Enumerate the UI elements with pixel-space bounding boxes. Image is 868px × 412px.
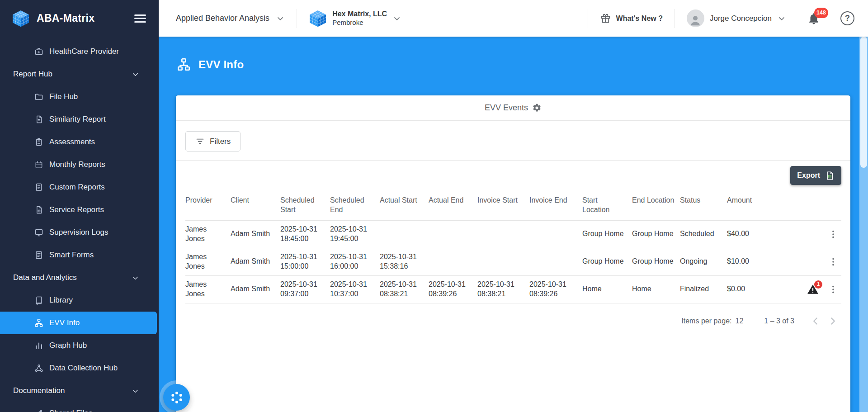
column-header-invoice-end: Invoice End [529, 189, 582, 220]
tab-evv-events[interactable]: EVV Events [176, 95, 850, 121]
theme-palette-fab[interactable] [163, 384, 190, 411]
filters-label: Filters [210, 137, 231, 146]
bar-chart-icon [34, 341, 43, 350]
sidebar-item-service-reports[interactable]: Service Reports [0, 199, 159, 221]
cell-actual-start [380, 220, 429, 248]
sidebar-item-monthly-reports[interactable]: Monthly Reports [0, 153, 159, 176]
column-header-client: Client [231, 189, 280, 220]
user-name: Jorge Concepcion [710, 14, 772, 23]
row-menu-button[interactable] [827, 228, 840, 241]
sidebar-item-label: File Hub [49, 92, 78, 101]
settings-gear-icon[interactable] [532, 103, 542, 113]
chevron-down-icon [392, 14, 401, 23]
sidebar-item-label: Assessments [49, 137, 95, 147]
warning-badge: 1 [814, 280, 822, 289]
sidebar-item-label: Library [49, 296, 73, 305]
sidebar-group-documentation[interactable]: Documentation [0, 379, 159, 402]
gift-icon [600, 13, 611, 24]
column-header-actual-start: Actual Start [380, 189, 429, 220]
cell-client: Adam Smith [231, 248, 280, 275]
whats-new-button[interactable]: What's New ? [600, 13, 663, 24]
sidebar-item-file-hub[interactable]: File Hub [0, 85, 159, 108]
page-range-label: 1 – 3 of 3 [764, 317, 794, 325]
table-header-row: Provider Client Scheduled Start Schedule… [185, 189, 841, 220]
organization-selector[interactable]: Hex Matrix, LLC Pembroke [309, 9, 401, 28]
menu-toggle-button[interactable] [134, 12, 146, 24]
chevron-down-icon [276, 14, 285, 23]
sidebar-item-data-collection-hub[interactable]: Data Collection Hub [0, 357, 159, 379]
filters-button[interactable]: Filters [185, 131, 241, 152]
sidebar-item-custom-reports[interactable]: Custom Reports [0, 176, 159, 199]
items-per-page-select[interactable]: 12 [735, 317, 743, 325]
form-icon [34, 251, 43, 260]
scrollbar-thumb[interactable] [860, 37, 867, 168]
cell-invoice-start: 2025-10-31 08:38:21 [477, 275, 529, 303]
sidebar-item-label: Graph Hub [49, 341, 87, 350]
column-header-scheduled-end: Scheduled End [330, 189, 380, 220]
sidebar-group-report-hub[interactable]: Report Hub [0, 63, 159, 85]
report-icon [34, 183, 43, 192]
cell-scheduled-end: 2025-10-31 16:00:00 [330, 248, 380, 275]
sidebar-item-label: Monthly Reports [49, 160, 105, 169]
sidebar-item-graph-hub[interactable]: Graph Hub [0, 334, 159, 357]
app-title: ABA-Matrix [37, 12, 134, 24]
sidebar-item-shared-files[interactable]: Shared Files [0, 402, 159, 412]
sidebar: ABA-Matrix HealthCare Provider Report Hu… [0, 0, 159, 412]
cell-scheduled-end: 2025-10-31 19:45:00 [330, 220, 380, 248]
csv-file-icon [825, 171, 835, 180]
cell-status: Finalized [680, 275, 727, 303]
cell-start-location: Group Home [582, 220, 632, 248]
book-icon [34, 296, 43, 305]
sidebar-item-label: Similarity Report [49, 115, 106, 124]
table-row: James Jones Adam Smith 2025-10-31 15:00:… [185, 248, 841, 275]
cell-invoice-start [477, 248, 529, 275]
user-menu[interactable]: Jorge Concepcion [687, 9, 786, 27]
sidebar-item-healthcare-provider[interactable]: HealthCare Provider [0, 40, 159, 63]
notifications-button[interactable]: 148 [807, 12, 821, 25]
cell-invoice-end: 2025-10-31 08:39:26 [529, 275, 582, 303]
calendar-icon [34, 160, 43, 169]
context-selector[interactable]: Applied Behavior Analysis [176, 14, 285, 23]
sidebar-group-data-and-analytics[interactable]: Data and Analytics [0, 266, 159, 289]
sidebar-header: ABA-Matrix [0, 0, 159, 37]
help-button[interactable]: ? [840, 11, 854, 25]
cell-end-location: Group Home [632, 248, 680, 275]
column-header-amount: Amount [727, 189, 779, 220]
sidebar-item-evv-info[interactable]: EVV Info [0, 312, 157, 334]
sidebar-item-supervision-logs[interactable]: Supervision Logs [0, 221, 159, 244]
cell-actual-start: 2025-10-31 15:38:16 [380, 248, 429, 275]
topbar: Applied Behavior Analysis Hex Matrix, LL… [159, 0, 868, 37]
previous-page-button[interactable] [807, 313, 824, 330]
sidebar-item-label: Supervision Logs [49, 228, 108, 237]
page-title: EVV Info [198, 58, 244, 71]
row-menu-button[interactable] [827, 256, 840, 268]
sidebar-item-smart-forms[interactable]: Smart Forms [0, 244, 159, 266]
whats-new-label: What's New ? [616, 14, 663, 23]
avatar [687, 9, 704, 27]
sidebar-item-library[interactable]: Library [0, 289, 159, 312]
row-menu-button[interactable] [827, 283, 840, 296]
cell-scheduled-start: 2025-10-31 15:00:00 [280, 248, 330, 275]
items-per-page-label: Items per page: [681, 317, 731, 325]
scrollbar-track[interactable] [859, 37, 868, 412]
warning-icon[interactable]: 1 [807, 284, 819, 295]
sidebar-item-similarity-report[interactable]: Similarity Report [0, 108, 159, 131]
share-icon [34, 409, 43, 412]
filter-icon [195, 137, 205, 146]
column-header-actual-end: Actual End [429, 189, 477, 220]
organization-name: Hex Matrix, LLC [332, 9, 387, 19]
sidebar-item-assessments[interactable]: Assessments [0, 131, 159, 153]
cell-amount: $10.00 [727, 248, 779, 275]
monitor-icon [34, 228, 43, 237]
next-page-button[interactable] [824, 313, 841, 330]
sidebar-item-label: Data Collection Hub [49, 364, 118, 373]
hub-icon [34, 364, 43, 373]
organization-logo-icon [309, 9, 327, 28]
column-header-status: Status [680, 189, 727, 220]
sidebar-group-label: Report Hub [13, 70, 52, 79]
notification-badge: 148 [814, 8, 828, 18]
evv-events-card: EVV Events Filters Export [176, 95, 850, 412]
column-header-start-location: Start Location [582, 189, 632, 220]
column-header-invoice-start: Invoice Start [477, 189, 529, 220]
export-button[interactable]: Export [790, 166, 841, 185]
